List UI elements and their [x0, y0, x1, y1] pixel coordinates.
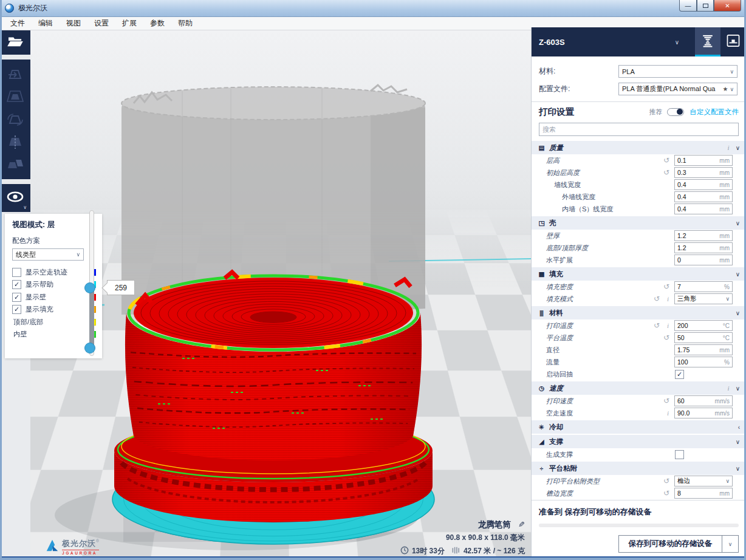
section-header-support[interactable]: ◢支撑∨: [532, 435, 746, 448]
profile-select[interactable]: PLA 普通质量(PLA Normal Qua ★ ∨: [618, 83, 737, 95]
menu-item-2[interactable]: 编辑: [32, 17, 60, 30]
material-select[interactable]: PLA ∨: [618, 65, 737, 78]
setting-label: 平台温度: [532, 333, 573, 343]
setting-input[interactable]: 100%: [674, 357, 733, 367]
setting-value: 8: [677, 490, 719, 497]
menu-item-1[interactable]: 文件: [4, 17, 32, 30]
minimize-button[interactable]: —: [679, 0, 697, 12]
legend-checkbox[interactable]: [12, 268, 21, 277]
maximize-button[interactable]: [697, 0, 714, 12]
section-header-infill[interactable]: ▩填充∨: [532, 267, 746, 281]
mirror-tool[interactable]: [0, 131, 30, 153]
setting-input[interactable]: 0.4mm: [674, 179, 733, 190]
setting-unit: mm: [719, 206, 730, 213]
revert-icon[interactable]: ↺: [663, 169, 669, 176]
setting-input[interactable]: 0.4mm: [674, 191, 733, 202]
section-header-shell[interactable]: ◳壳∨: [532, 216, 746, 230]
material-icon: |||: [535, 309, 548, 316]
legend-label: 顶部/底部: [13, 318, 89, 327]
custom-profile-link[interactable]: 自定义配置文件: [690, 108, 739, 117]
setting-value: 三角形: [677, 295, 725, 303]
setting-value: 1.2: [677, 232, 719, 239]
setting-unit: mm: [719, 194, 730, 200]
setting-input[interactable]: 1.75mm: [674, 344, 733, 355]
setting-row: 空走速度i90.0mm/s: [532, 407, 746, 419]
profile-value: PLA 普通质量(PLA Normal Qua: [622, 84, 722, 94]
setting-input[interactable]: 0.4mm: [674, 203, 733, 214]
section-header-adhesion[interactable]: ÷平台粘附∨: [532, 462, 746, 475]
setting-unit: mm: [719, 257, 730, 264]
legend-checkbox[interactable]: ✓: [12, 293, 21, 302]
layer-slider-upper-handle[interactable]: [84, 282, 95, 293]
chevron-down-icon: ∨: [736, 465, 740, 472]
open-file-button[interactable]: [0, 30, 30, 55]
menu-item-4[interactable]: 设置: [87, 17, 115, 30]
chevron-left-icon: ‹: [738, 424, 740, 431]
revert-icon[interactable]: ↺: [663, 490, 669, 497]
sliced-model-render: [30, 30, 531, 560]
setting-input[interactable]: 8mm: [674, 488, 733, 499]
legend-checkbox[interactable]: ✓: [12, 305, 21, 314]
setting-input[interactable]: 0mm: [674, 254, 733, 265]
setting-row: 外墙线宽度0.4mm: [532, 191, 746, 203]
setting-input[interactable]: 50°C: [674, 332, 733, 343]
setting-input[interactable]: 90.0mm/s: [674, 408, 733, 418]
material-label: 材料:: [539, 66, 555, 77]
setting-row: 初始层高度↺0.3mm: [532, 166, 746, 179]
setting-row: 檐边宽度↺8mm: [532, 487, 746, 499]
setting-select[interactable]: 檐边∨: [674, 476, 733, 487]
section-header-speed[interactable]: ◷速度i∨: [532, 381, 746, 395]
move-tool[interactable]: [0, 63, 30, 86]
tab-monitor[interactable]: [720, 27, 746, 56]
section-header-quality[interactable]: ▤质量i∨: [532, 141, 746, 154]
revert-icon[interactable]: ↺: [663, 397, 669, 405]
revert-icon[interactable]: ↺: [663, 157, 669, 164]
recommended-custom-toggle[interactable]: [667, 108, 684, 116]
setting-label: 水平扩展: [532, 256, 573, 265]
color-scheme-select[interactable]: 线类型 ∨: [12, 248, 84, 261]
printer-select[interactable]: Z-603S ∨: [532, 27, 695, 56]
scale-tool[interactable]: [0, 86, 30, 108]
viewport-3d[interactable]: 极光尔沃® JGAURORA 龙腾笔筒 ✎ 90.8 x 90.8 x 118.…: [30, 30, 531, 560]
menu-item-6[interactable]: 参数: [143, 17, 171, 30]
save-options-dropdown[interactable]: ∨: [722, 535, 739, 553]
setting-checkbox[interactable]: [675, 450, 684, 459]
setting-select[interactable]: 三角形∨: [674, 293, 733, 304]
save-to-removable-button[interactable]: 保存到可移动的存储设备: [618, 535, 723, 553]
menu-item-3[interactable]: 视图: [60, 17, 87, 30]
setting-input[interactable]: 1.2mm: [674, 242, 733, 253]
revert-icon[interactable]: ↺: [654, 295, 660, 302]
setting-input[interactable]: 0.3mm: [674, 167, 733, 178]
setting-label: 层高: [532, 156, 560, 165]
slice-preview-icon: [700, 33, 716, 50]
view-mode-button[interactable]: ∨: [0, 184, 30, 212]
legend-checkbox[interactable]: ✓: [12, 280, 21, 289]
setting-input[interactable]: 60mm/s: [674, 395, 733, 406]
edit-name-icon[interactable]: ✎: [518, 520, 525, 529]
section-header-cooling[interactable]: ✳冷却‹: [532, 420, 746, 434]
section-header-material[interactable]: |||材料∨: [532, 306, 746, 319]
revert-icon[interactable]: ↺: [663, 334, 669, 341]
setting-input[interactable]: 0.1mm: [674, 155, 733, 166]
setting-input[interactable]: 7%: [674, 281, 733, 292]
printer-name: Z-603S: [539, 38, 675, 47]
setting-checkbox[interactable]: ✓: [675, 370, 684, 379]
revert-icon[interactable]: ↺: [654, 322, 660, 329]
tab-prepare-slice[interactable]: [695, 27, 720, 56]
setting-input[interactable]: 200°C: [674, 320, 733, 331]
setting-row: 底部/顶部厚度1.2mm: [532, 242, 746, 254]
chevron-down-icon: ∨: [736, 439, 740, 445]
per-model-settings-tool[interactable]: [0, 153, 30, 176]
info-icon: i: [728, 384, 730, 392]
settings-search-input[interactable]: [539, 123, 739, 136]
setting-unit: mm: [719, 490, 730, 497]
color-scheme-value: 线类型: [16, 250, 76, 259]
layer-slider-lower-handle[interactable]: [84, 343, 95, 353]
menu-item-5[interactable]: 扩展: [115, 17, 143, 30]
rotate-tool[interactable]: [0, 108, 30, 131]
setting-input[interactable]: 1.2mm: [674, 230, 733, 241]
close-button[interactable]: ✕: [714, 0, 741, 12]
menu-item-7[interactable]: 帮助: [171, 17, 199, 30]
revert-icon[interactable]: ↺: [663, 283, 669, 290]
revert-icon[interactable]: ↺: [663, 477, 669, 485]
